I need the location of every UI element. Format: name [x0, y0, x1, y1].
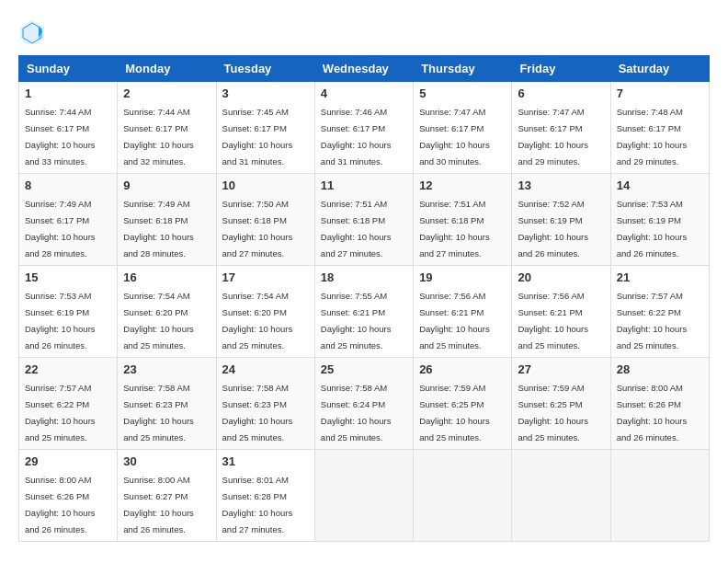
day-number: 16 — [123, 270, 210, 284]
day-info: Sunrise: 8:01 AMSunset: 6:28 PMDaylight:… — [222, 475, 293, 534]
day-number: 27 — [518, 362, 604, 376]
day-info: Sunrise: 7:48 AMSunset: 6:17 PMDaylight:… — [617, 107, 688, 167]
calendar-cell: 15 Sunrise: 7:53 AMSunset: 6:19 PMDaylig… — [19, 266, 118, 358]
day-number: 12 — [419, 178, 506, 192]
calendar-cell: 2 Sunrise: 7:44 AMSunset: 6:17 PMDayligh… — [118, 82, 216, 174]
calendar-cell: 4 Sunrise: 7:46 AMSunset: 6:17 PMDayligh… — [314, 82, 413, 174]
day-info: Sunrise: 7:51 AMSunset: 6:18 PMDaylight:… — [321, 199, 392, 259]
day-number: 13 — [518, 178, 604, 192]
calendar-cell: 1 Sunrise: 7:44 AMSunset: 6:17 PMDayligh… — [19, 82, 118, 174]
calendar-week-2: 8 Sunrise: 7:49 AMSunset: 6:17 PMDayligh… — [19, 174, 710, 266]
day-number: 6 — [518, 86, 604, 100]
header-saturday: Saturday — [610, 56, 709, 82]
day-number: 14 — [617, 178, 703, 192]
day-info: Sunrise: 7:58 AMSunset: 6:23 PMDaylight:… — [222, 383, 293, 442]
calendar-cell: 10 Sunrise: 7:50 AMSunset: 6:18 PMDaylig… — [216, 174, 314, 266]
day-info: Sunrise: 7:47 AMSunset: 6:17 PMDaylight:… — [419, 107, 490, 167]
day-number: 18 — [321, 270, 407, 284]
day-number: 26 — [419, 362, 506, 376]
calendar-cell: 30 Sunrise: 8:00 AMSunset: 6:27 PMDaylig… — [118, 450, 216, 542]
calendar-cell: 6 Sunrise: 7:47 AMSunset: 6:17 PMDayligh… — [512, 82, 610, 174]
day-number: 23 — [123, 362, 210, 376]
calendar-cell: 19 Sunrise: 7:56 AMSunset: 6:21 PMDaylig… — [414, 266, 512, 358]
day-info: Sunrise: 7:54 AMSunset: 6:20 PMDaylight:… — [222, 291, 293, 350]
day-number: 11 — [321, 178, 407, 192]
day-info: Sunrise: 7:59 AMSunset: 6:25 PMDaylight:… — [518, 383, 588, 442]
calendar-cell: 29 Sunrise: 8:00 AMSunset: 6:26 PMDaylig… — [19, 450, 118, 542]
calendar-cell: 14 Sunrise: 7:53 AMSunset: 6:19 PMDaylig… — [610, 174, 709, 266]
calendar-cell: 26 Sunrise: 7:59 AMSunset: 6:25 PMDaylig… — [414, 358, 512, 450]
calendar-cell: 21 Sunrise: 7:57 AMSunset: 6:22 PMDaylig… — [610, 266, 709, 358]
day-number: 9 — [123, 178, 210, 192]
day-info: Sunrise: 7:46 AMSunset: 6:17 PMDaylight:… — [321, 107, 392, 167]
day-info: Sunrise: 7:59 AMSunset: 6:25 PMDaylight:… — [419, 383, 490, 442]
day-number: 24 — [222, 362, 309, 376]
header-monday: Monday — [118, 56, 216, 82]
calendar-week-3: 15 Sunrise: 7:53 AMSunset: 6:19 PMDaylig… — [19, 266, 710, 358]
calendar-cell: 7 Sunrise: 7:48 AMSunset: 6:17 PMDayligh… — [610, 82, 709, 174]
day-number: 25 — [321, 362, 407, 376]
calendar-cell: 24 Sunrise: 7:58 AMSunset: 6:23 PMDaylig… — [216, 358, 314, 450]
day-info: Sunrise: 8:00 AMSunset: 6:26 PMDaylight:… — [617, 383, 688, 442]
calendar-cell: 3 Sunrise: 7:45 AMSunset: 6:17 PMDayligh… — [216, 82, 314, 174]
header-wednesday: Wednesday — [314, 56, 413, 82]
day-info: Sunrise: 7:47 AMSunset: 6:17 PMDaylight:… — [518, 107, 588, 167]
logo — [18, 18, 50, 46]
day-number: 15 — [25, 270, 111, 284]
day-number: 7 — [617, 86, 703, 100]
day-number: 29 — [25, 454, 111, 468]
calendar-cell: 18 Sunrise: 7:55 AMSunset: 6:21 PMDaylig… — [314, 266, 413, 358]
day-info: Sunrise: 7:44 AMSunset: 6:17 PMDaylight:… — [123, 107, 194, 167]
day-info: Sunrise: 7:57 AMSunset: 6:22 PMDaylight:… — [25, 383, 96, 442]
day-info: Sunrise: 7:56 AMSunset: 6:21 PMDaylight:… — [419, 291, 490, 350]
day-number: 5 — [419, 86, 506, 100]
calendar-cell: 22 Sunrise: 7:57 AMSunset: 6:22 PMDaylig… — [19, 358, 118, 450]
calendar-header-row: SundayMondayTuesdayWednesdayThursdayFrid… — [19, 56, 710, 82]
day-info: Sunrise: 7:44 AMSunset: 6:17 PMDaylight:… — [25, 107, 96, 167]
calendar-week-5: 29 Sunrise: 8:00 AMSunset: 6:26 PMDaylig… — [19, 450, 710, 542]
calendar-week-4: 22 Sunrise: 7:57 AMSunset: 6:22 PMDaylig… — [19, 358, 710, 450]
calendar-cell: 11 Sunrise: 7:51 AMSunset: 6:18 PMDaylig… — [314, 174, 413, 266]
calendar-cell — [414, 450, 512, 542]
day-info: Sunrise: 8:00 AMSunset: 6:27 PMDaylight:… — [123, 475, 194, 534]
calendar-cell: 9 Sunrise: 7:49 AMSunset: 6:18 PMDayligh… — [118, 174, 216, 266]
day-info: Sunrise: 7:50 AMSunset: 6:18 PMDaylight:… — [222, 199, 293, 259]
calendar-cell: 25 Sunrise: 7:58 AMSunset: 6:24 PMDaylig… — [314, 358, 413, 450]
header-tuesday: Tuesday — [216, 56, 314, 82]
day-number: 21 — [617, 270, 703, 284]
calendar-cell: 12 Sunrise: 7:51 AMSunset: 6:18 PMDaylig… — [414, 174, 512, 266]
calendar-cell: 8 Sunrise: 7:49 AMSunset: 6:17 PMDayligh… — [19, 174, 118, 266]
day-info: Sunrise: 7:54 AMSunset: 6:20 PMDaylight:… — [123, 291, 194, 350]
day-info: Sunrise: 7:53 AMSunset: 6:19 PMDaylight:… — [25, 291, 96, 350]
day-info: Sunrise: 7:51 AMSunset: 6:18 PMDaylight:… — [419, 199, 490, 259]
day-number: 30 — [123, 454, 210, 468]
day-number: 28 — [617, 362, 703, 376]
calendar-cell: 27 Sunrise: 7:59 AMSunset: 6:25 PMDaylig… — [512, 358, 610, 450]
calendar-cell — [610, 450, 709, 542]
day-number: 10 — [222, 178, 309, 192]
calendar-cell: 13 Sunrise: 7:52 AMSunset: 6:19 PMDaylig… — [512, 174, 610, 266]
day-number: 31 — [222, 454, 309, 468]
day-number: 4 — [321, 86, 407, 100]
header-friday: Friday — [512, 56, 610, 82]
calendar-cell: 31 Sunrise: 8:01 AMSunset: 6:28 PMDaylig… — [216, 450, 314, 542]
day-number: 20 — [518, 270, 604, 284]
calendar-table: SundayMondayTuesdayWednesdayThursdayFrid… — [18, 55, 710, 542]
day-info: Sunrise: 7:57 AMSunset: 6:22 PMDaylight:… — [617, 291, 688, 350]
day-number: 2 — [123, 86, 210, 100]
calendar-cell: 16 Sunrise: 7:54 AMSunset: 6:20 PMDaylig… — [118, 266, 216, 358]
calendar-cell — [314, 450, 413, 542]
day-info: Sunrise: 7:49 AMSunset: 6:18 PMDaylight:… — [123, 199, 194, 259]
day-info: Sunrise: 7:58 AMSunset: 6:23 PMDaylight:… — [123, 383, 194, 442]
day-number: 17 — [222, 270, 309, 284]
calendar-cell: 17 Sunrise: 7:54 AMSunset: 6:20 PMDaylig… — [216, 266, 314, 358]
header-thursday: Thursday — [414, 56, 512, 82]
day-info: Sunrise: 7:52 AMSunset: 6:19 PMDaylight:… — [518, 199, 588, 259]
day-number: 1 — [25, 86, 111, 100]
page-header — [18, 18, 710, 46]
day-info: Sunrise: 7:56 AMSunset: 6:21 PMDaylight:… — [518, 291, 588, 350]
day-info: Sunrise: 7:45 AMSunset: 6:17 PMDaylight:… — [222, 107, 293, 167]
calendar-cell: 5 Sunrise: 7:47 AMSunset: 6:17 PMDayligh… — [414, 82, 512, 174]
calendar-cell: 23 Sunrise: 7:58 AMSunset: 6:23 PMDaylig… — [118, 358, 216, 450]
day-info: Sunrise: 7:55 AMSunset: 6:21 PMDaylight:… — [321, 291, 392, 350]
